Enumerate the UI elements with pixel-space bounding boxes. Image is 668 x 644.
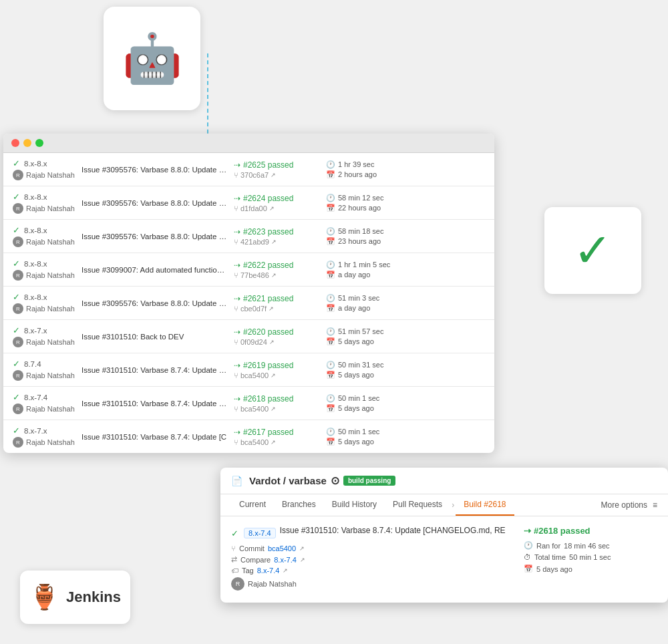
author-name: Rajab Natshah <box>26 338 75 346</box>
compare-link-icon: ↗ <box>300 556 305 563</box>
detail-right: ⇢ #2618 passed 🕐 Ran for 18 min 46 sec ⏱… <box>524 526 657 593</box>
avatar: R <box>13 203 23 214</box>
branch-name: 8.x-7.x <box>24 427 47 435</box>
close-button[interactable] <box>11 139 19 147</box>
branch-icon: ⑂ <box>234 171 238 179</box>
passed-icon: ⇢ <box>234 194 240 203</box>
calendar-icon: 📅 <box>326 170 335 179</box>
passed-icon: ⇢ <box>234 294 240 303</box>
check-icon: ✓ <box>13 158 20 168</box>
branch-icon: ⑂ <box>234 338 238 346</box>
table-row[interactable]: ✓ 8.x-7.4 R Rajab Natshah Issue #3101510… <box>3 387 494 420</box>
branch-name: 8.x-7.x <box>24 327 47 335</box>
build-branch-col: ✓ 8.x-8.x R Rajab Natshah <box>13 225 76 247</box>
check-icon: ✓ <box>13 426 20 436</box>
check-icon: ✓ <box>13 259 20 269</box>
table-row[interactable]: ✓ 8.x-7.x R Rajab Natshah Issue #3101510… <box>3 420 494 453</box>
build-branch-col: ✓ 8.x-8.x R Rajab Natshah <box>13 292 76 314</box>
build-message: Issue #3101510: Back to DEV <box>81 333 228 341</box>
tag-label: Tag <box>242 567 254 575</box>
time-ago: a day ago <box>338 304 370 312</box>
calendar-icon: 📅 <box>326 204 335 212</box>
detail-total-time-row: ⏱ Total time 50 min 1 sec <box>524 553 657 561</box>
clock-icon: 🕐 <box>326 261 335 269</box>
repo-name: Vardot / varbase <box>249 475 327 486</box>
checkmark-card: ✓ <box>544 207 641 294</box>
build-branch-col: ✓ 8.x-8.x R Rajab Natshah <box>13 158 76 180</box>
duration: 1 hr 1 min 5 sec <box>338 261 390 269</box>
build-time-col: 🕐 50 min 1 sec 📅 5 days ago <box>326 428 396 446</box>
calendar-icon: 📅 <box>326 337 335 346</box>
detail-left: ✓ 8.x-7.4 Issue #3101510: Varbase 8.7.4:… <box>231 526 510 593</box>
detail-commit-msg: Issue #3101510: Varbase 8.7.4: Update [C… <box>280 526 506 535</box>
build-time-col: 🕐 50 min 31 sec 📅 5 days ago <box>326 361 396 379</box>
passed-icon: ⇢ <box>234 160 240 170</box>
build-num: #2623 passed <box>243 227 293 236</box>
detail-body: ✓ 8.x-7.4 Issue #3101510: Varbase 8.7.4:… <box>220 516 668 603</box>
detail-avatar: R <box>231 577 244 591</box>
more-options-label[interactable]: More options <box>601 500 647 510</box>
detail-title: Vardot / varbase ⊙ build passing <box>249 474 395 487</box>
duration: 58 min 12 sec <box>338 194 383 202</box>
build-time-col: 🕐 50 min 1 sec 📅 5 days ago <box>326 394 396 413</box>
time-ago: 5 days ago <box>338 337 374 345</box>
table-row[interactable]: ✓ 8.x-8.x R Rajab Natshah Issue #3095576… <box>3 220 494 253</box>
table-row[interactable]: ✓ 8.x-8.x R Rajab Natshah Issue #3095576… <box>3 287 494 320</box>
calendar-icon: 📅 <box>326 371 335 379</box>
nav-active-build[interactable]: Build #2618 <box>456 494 514 516</box>
detail-nav: Current Branches Build History Pull Requ… <box>220 494 668 516</box>
build-time-col: 🕐 58 min 12 sec 📅 22 hours ago <box>326 194 396 212</box>
author-name: Rajab Natshah <box>26 305 75 313</box>
calendar-icon: 📅 <box>326 271 335 279</box>
table-row[interactable]: ✓ 8.x-8.x R Rajab Natshah Issue #3095576… <box>3 153 494 186</box>
avatar: R <box>13 270 23 281</box>
commit-hash: 370c6a7 <box>240 171 269 179</box>
build-num: #2618 passed <box>243 394 293 404</box>
build-status-col: ⇢ #2620 passed ⑂ 0f09d24 ↗ <box>234 327 321 346</box>
commit-hash: cbe0d7f <box>240 305 267 313</box>
nav-pull-requests[interactable]: Pull Requests <box>385 494 450 516</box>
clock-icon: 🕐 <box>326 227 335 236</box>
total-clock-icon: ⏱ <box>524 553 531 561</box>
compare-link[interactable]: 8.x-7.4 <box>274 556 297 564</box>
table-row[interactable]: ✓ 8.x-8.x R Rajab Natshah Issue #3099007… <box>3 253 494 287</box>
build-list: ✓ 8.x-8.x R Rajab Natshah Issue #3095576… <box>3 153 494 453</box>
check-icon: ✓ <box>13 392 20 402</box>
build-status-col: ⇢ #2619 passed ⑂ bca5400 ↗ <box>234 361 321 379</box>
clock-icon: 🕐 <box>326 428 335 436</box>
detail-compare-row: ⇄ Compare 8.x-7.4 ↗ <box>231 555 510 564</box>
clock-icon: 🕐 <box>326 294 335 303</box>
travis-logo: 🤖 <box>104 7 200 110</box>
table-row[interactable]: ✓ 8.x-7.x R Rajab Natshah Issue #3101510… <box>3 320 494 353</box>
duration: 1 hr 39 sec <box>338 160 374 168</box>
passed-icon: ⇢ <box>234 261 240 270</box>
tag-link[interactable]: 8.x-7.4 <box>257 567 280 575</box>
nav-current[interactable]: Current <box>231 494 274 516</box>
ran-for-value: 18 min 46 sec <box>564 542 609 550</box>
commit-hash: 421abd9 <box>240 238 269 246</box>
build-branch-col: ✓ 8.x-7.x R Rajab Natshah <box>13 325 76 347</box>
tag-link-icon: ↗ <box>283 567 288 574</box>
author-name: Rajab Natshah <box>26 371 75 379</box>
minimize-button[interactable] <box>23 139 31 147</box>
passed-icon: ⇢ <box>234 361 240 370</box>
jenkins-label: Jenkins <box>66 589 121 606</box>
check-icon: ✓ <box>231 528 238 538</box>
commit-hash-link[interactable]: bca5400 <box>268 544 296 552</box>
maximize-button[interactable] <box>35 139 43 147</box>
link-icon: ↗ <box>271 172 276 178</box>
passed-icon: ⇢ <box>234 428 240 437</box>
detail-author-name: Rajab Natshah <box>248 580 297 588</box>
nav-build-history[interactable]: Build History <box>324 494 385 516</box>
author-name: Rajab Natshah <box>26 238 75 246</box>
calendar-icon: 📅 <box>326 404 335 413</box>
time-ago: 5 days ago <box>338 371 374 379</box>
table-row[interactable]: ✓ 8.x-8.x R Rajab Natshah Issue #3095576… <box>3 186 494 220</box>
table-row[interactable]: ✓ 8.7.4 R Rajab Natshah Issue #3101510: … <box>3 353 494 387</box>
jenkins-logo: 🏺 Jenkins <box>20 571 130 624</box>
commit-hash: d1fda00 <box>240 204 267 212</box>
commit-hash: bca5400 <box>240 405 269 413</box>
detail-ago-row: 📅 5 days ago <box>524 565 657 573</box>
nav-branches[interactable]: Branches <box>274 494 324 516</box>
build-message: Issue #3099007: Add automated functional… <box>81 266 228 274</box>
